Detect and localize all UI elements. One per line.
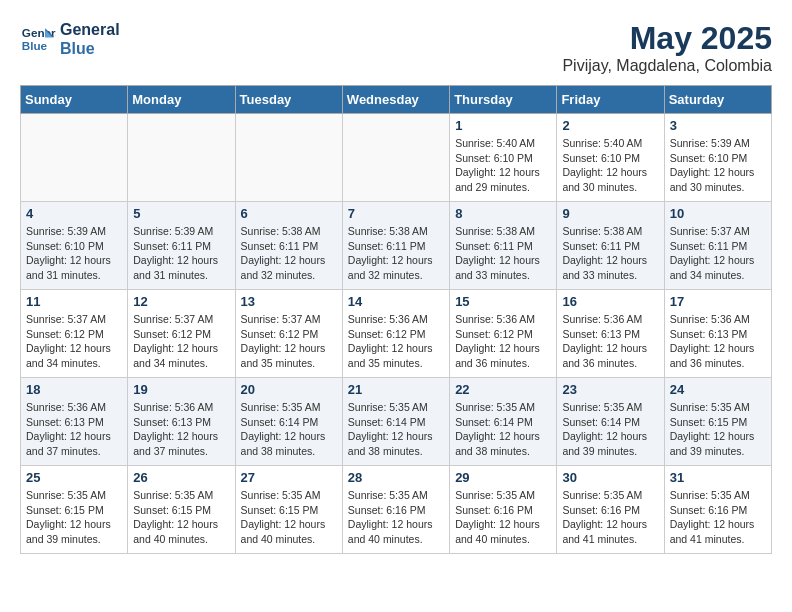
- day-info: Sunrise: 5:36 AM Sunset: 6:13 PM Dayligh…: [562, 312, 658, 371]
- calendar-cell: 4Sunrise: 5:39 AM Sunset: 6:10 PM Daylig…: [21, 202, 128, 290]
- day-info: Sunrise: 5:35 AM Sunset: 6:16 PM Dayligh…: [562, 488, 658, 547]
- calendar-body: 1Sunrise: 5:40 AM Sunset: 6:10 PM Daylig…: [21, 114, 772, 554]
- day-info: Sunrise: 5:36 AM Sunset: 6:12 PM Dayligh…: [455, 312, 551, 371]
- day-number: 3: [670, 118, 766, 133]
- day-info: Sunrise: 5:40 AM Sunset: 6:10 PM Dayligh…: [455, 136, 551, 195]
- weekday-header-monday: Monday: [128, 86, 235, 114]
- day-number: 6: [241, 206, 337, 221]
- calendar-cell: 13Sunrise: 5:37 AM Sunset: 6:12 PM Dayli…: [235, 290, 342, 378]
- logo-icon: General Blue: [20, 21, 56, 57]
- weekday-header-row: SundayMondayTuesdayWednesdayThursdayFrid…: [21, 86, 772, 114]
- title-block: May 2025 Pivijay, Magdalena, Colombia: [562, 20, 772, 75]
- page-header: General Blue General Blue May 2025 Pivij…: [20, 20, 772, 75]
- calendar-cell: 12Sunrise: 5:37 AM Sunset: 6:12 PM Dayli…: [128, 290, 235, 378]
- day-info: Sunrise: 5:35 AM Sunset: 6:14 PM Dayligh…: [348, 400, 444, 459]
- calendar-cell: 10Sunrise: 5:37 AM Sunset: 6:11 PM Dayli…: [664, 202, 771, 290]
- day-number: 15: [455, 294, 551, 309]
- day-info: Sunrise: 5:38 AM Sunset: 6:11 PM Dayligh…: [348, 224, 444, 283]
- calendar-week-3: 11Sunrise: 5:37 AM Sunset: 6:12 PM Dayli…: [21, 290, 772, 378]
- day-number: 1: [455, 118, 551, 133]
- calendar-table: SundayMondayTuesdayWednesdayThursdayFrid…: [20, 85, 772, 554]
- calendar-cell: 5Sunrise: 5:39 AM Sunset: 6:11 PM Daylig…: [128, 202, 235, 290]
- calendar-cell: 21Sunrise: 5:35 AM Sunset: 6:14 PM Dayli…: [342, 378, 449, 466]
- weekday-header-friday: Friday: [557, 86, 664, 114]
- calendar-header: SundayMondayTuesdayWednesdayThursdayFrid…: [21, 86, 772, 114]
- calendar-cell: 31Sunrise: 5:35 AM Sunset: 6:16 PM Dayli…: [664, 466, 771, 554]
- svg-text:Blue: Blue: [22, 39, 48, 52]
- calendar-week-1: 1Sunrise: 5:40 AM Sunset: 6:10 PM Daylig…: [21, 114, 772, 202]
- day-number: 29: [455, 470, 551, 485]
- day-info: Sunrise: 5:37 AM Sunset: 6:12 PM Dayligh…: [26, 312, 122, 371]
- day-info: Sunrise: 5:35 AM Sunset: 6:15 PM Dayligh…: [241, 488, 337, 547]
- day-number: 26: [133, 470, 229, 485]
- calendar-cell: 11Sunrise: 5:37 AM Sunset: 6:12 PM Dayli…: [21, 290, 128, 378]
- calendar-week-5: 25Sunrise: 5:35 AM Sunset: 6:15 PM Dayli…: [21, 466, 772, 554]
- svg-text:General: General: [22, 26, 56, 39]
- calendar-cell: [21, 114, 128, 202]
- day-info: Sunrise: 5:35 AM Sunset: 6:14 PM Dayligh…: [562, 400, 658, 459]
- day-number: 14: [348, 294, 444, 309]
- day-info: Sunrise: 5:35 AM Sunset: 6:15 PM Dayligh…: [133, 488, 229, 547]
- calendar-cell: 2Sunrise: 5:40 AM Sunset: 6:10 PM Daylig…: [557, 114, 664, 202]
- day-info: Sunrise: 5:39 AM Sunset: 6:11 PM Dayligh…: [133, 224, 229, 283]
- day-info: Sunrise: 5:38 AM Sunset: 6:11 PM Dayligh…: [241, 224, 337, 283]
- day-info: Sunrise: 5:36 AM Sunset: 6:13 PM Dayligh…: [133, 400, 229, 459]
- day-info: Sunrise: 5:38 AM Sunset: 6:11 PM Dayligh…: [455, 224, 551, 283]
- day-number: 2: [562, 118, 658, 133]
- day-number: 9: [562, 206, 658, 221]
- calendar-cell: 23Sunrise: 5:35 AM Sunset: 6:14 PM Dayli…: [557, 378, 664, 466]
- day-number: 5: [133, 206, 229, 221]
- day-info: Sunrise: 5:35 AM Sunset: 6:16 PM Dayligh…: [670, 488, 766, 547]
- day-number: 12: [133, 294, 229, 309]
- day-number: 27: [241, 470, 337, 485]
- calendar-cell: 22Sunrise: 5:35 AM Sunset: 6:14 PM Dayli…: [450, 378, 557, 466]
- month-year-title: May 2025: [562, 20, 772, 57]
- calendar-cell: 1Sunrise: 5:40 AM Sunset: 6:10 PM Daylig…: [450, 114, 557, 202]
- day-number: 31: [670, 470, 766, 485]
- weekday-header-thursday: Thursday: [450, 86, 557, 114]
- calendar-cell: 30Sunrise: 5:35 AM Sunset: 6:16 PM Dayli…: [557, 466, 664, 554]
- weekday-header-tuesday: Tuesday: [235, 86, 342, 114]
- calendar-cell: 15Sunrise: 5:36 AM Sunset: 6:12 PM Dayli…: [450, 290, 557, 378]
- day-number: 21: [348, 382, 444, 397]
- day-info: Sunrise: 5:38 AM Sunset: 6:11 PM Dayligh…: [562, 224, 658, 283]
- day-number: 11: [26, 294, 122, 309]
- calendar-cell: [342, 114, 449, 202]
- day-info: Sunrise: 5:39 AM Sunset: 6:10 PM Dayligh…: [26, 224, 122, 283]
- day-info: Sunrise: 5:35 AM Sunset: 6:15 PM Dayligh…: [26, 488, 122, 547]
- day-number: 24: [670, 382, 766, 397]
- day-info: Sunrise: 5:35 AM Sunset: 6:15 PM Dayligh…: [670, 400, 766, 459]
- day-info: Sunrise: 5:35 AM Sunset: 6:16 PM Dayligh…: [348, 488, 444, 547]
- location-subtitle: Pivijay, Magdalena, Colombia: [562, 57, 772, 75]
- calendar-cell: 14Sunrise: 5:36 AM Sunset: 6:12 PM Dayli…: [342, 290, 449, 378]
- day-info: Sunrise: 5:39 AM Sunset: 6:10 PM Dayligh…: [670, 136, 766, 195]
- calendar-cell: 7Sunrise: 5:38 AM Sunset: 6:11 PM Daylig…: [342, 202, 449, 290]
- day-info: Sunrise: 5:35 AM Sunset: 6:14 PM Dayligh…: [455, 400, 551, 459]
- calendar-cell: 28Sunrise: 5:35 AM Sunset: 6:16 PM Dayli…: [342, 466, 449, 554]
- logo-blue: Blue: [60, 39, 120, 58]
- day-info: Sunrise: 5:36 AM Sunset: 6:13 PM Dayligh…: [670, 312, 766, 371]
- calendar-cell: 27Sunrise: 5:35 AM Sunset: 6:15 PM Dayli…: [235, 466, 342, 554]
- day-number: 25: [26, 470, 122, 485]
- calendar-cell: 18Sunrise: 5:36 AM Sunset: 6:13 PM Dayli…: [21, 378, 128, 466]
- calendar-cell: 24Sunrise: 5:35 AM Sunset: 6:15 PM Dayli…: [664, 378, 771, 466]
- calendar-cell: [128, 114, 235, 202]
- day-number: 8: [455, 206, 551, 221]
- day-number: 7: [348, 206, 444, 221]
- weekday-header-sunday: Sunday: [21, 86, 128, 114]
- calendar-cell: 16Sunrise: 5:36 AM Sunset: 6:13 PM Dayli…: [557, 290, 664, 378]
- day-number: 19: [133, 382, 229, 397]
- day-info: Sunrise: 5:37 AM Sunset: 6:12 PM Dayligh…: [241, 312, 337, 371]
- day-number: 28: [348, 470, 444, 485]
- calendar-cell: 3Sunrise: 5:39 AM Sunset: 6:10 PM Daylig…: [664, 114, 771, 202]
- calendar-cell: 6Sunrise: 5:38 AM Sunset: 6:11 PM Daylig…: [235, 202, 342, 290]
- day-info: Sunrise: 5:35 AM Sunset: 6:16 PM Dayligh…: [455, 488, 551, 547]
- day-number: 22: [455, 382, 551, 397]
- day-info: Sunrise: 5:37 AM Sunset: 6:12 PM Dayligh…: [133, 312, 229, 371]
- day-number: 16: [562, 294, 658, 309]
- day-number: 10: [670, 206, 766, 221]
- calendar-cell: 19Sunrise: 5:36 AM Sunset: 6:13 PM Dayli…: [128, 378, 235, 466]
- weekday-header-saturday: Saturday: [664, 86, 771, 114]
- day-number: 4: [26, 206, 122, 221]
- day-info: Sunrise: 5:40 AM Sunset: 6:10 PM Dayligh…: [562, 136, 658, 195]
